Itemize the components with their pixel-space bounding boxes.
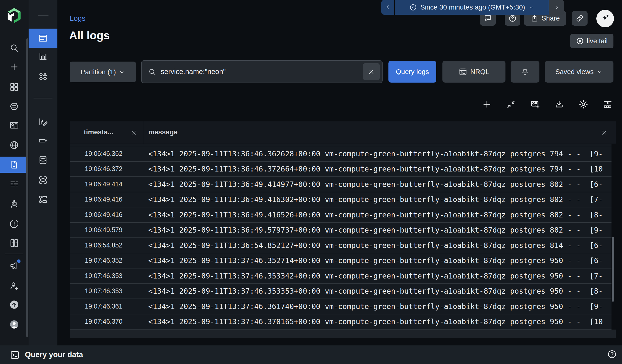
collapse-icon <box>506 99 516 109</box>
help-circle-icon <box>508 14 517 22</box>
clear-search-button[interactable] <box>363 63 380 80</box>
sidebar-item-plus[interactable] <box>8 61 20 73</box>
upload-icon <box>9 300 19 309</box>
log-row[interactable]: 19:06:46.362<134>1 2025-09-11T13:36:46.3… <box>70 146 611 162</box>
sidebar-item-entity-list[interactable] <box>8 100 20 112</box>
sidebar-item-database[interactable] <box>37 154 49 166</box>
table-bottom-scroll-track[interactable] <box>70 329 616 338</box>
traces-icon <box>9 179 19 189</box>
log-row[interactable]: 19:06:49.416<134>1 2025-09-11T13:36:49.4… <box>70 207 611 223</box>
alert-conditions-button[interactable] <box>511 61 539 83</box>
message-cell: <134>1 2025-09-11T13:36:49.579737+00:00 … <box>148 226 611 234</box>
sidebar-item-invite-user[interactable] <box>8 280 20 292</box>
help-circle-icon <box>607 349 617 359</box>
ai-assistant-button[interactable] <box>596 10 614 27</box>
breadcrumb[interactable]: Logs <box>70 14 85 22</box>
secondary-sidebar-handle[interactable] <box>38 15 49 16</box>
gear-button[interactable] <box>578 99 589 110</box>
dashboard-add-button[interactable] <box>530 99 541 110</box>
sidebar-item-dashboard[interactable] <box>8 119 20 131</box>
download-button[interactable] <box>554 99 565 110</box>
bar-chart-icon <box>38 52 48 62</box>
message-cell: <134>1 2025-09-11T13:36:49.416526+00:00 … <box>148 211 611 219</box>
timestamp-cell: 19:07:46.353 <box>85 287 143 295</box>
live-tail-label: live tail <box>587 37 608 45</box>
log-row[interactable]: 19:06:49.579<134>1 2025-09-11T13:36:49.5… <box>70 223 611 238</box>
close-icon <box>368 68 375 76</box>
grid-icon <box>9 82 19 92</box>
bell-icon <box>521 68 529 76</box>
time-forward-button[interactable] <box>549 0 564 15</box>
sidebar-item-shapes[interactable] <box>37 71 49 82</box>
primary-sidebar <box>0 0 29 345</box>
comment-icon <box>484 14 492 22</box>
collapse-button[interactable] <box>505 99 517 110</box>
sidebar-item-globe[interactable] <box>8 139 20 151</box>
tape-icon <box>38 135 48 146</box>
message-cell: <134>1 2025-09-11T13:37:46.370165+00:00 … <box>148 317 611 326</box>
sidebar-item-eye-scan[interactable] <box>37 174 49 186</box>
nrql-label: NRQL <box>470 68 489 76</box>
remove-message-column-button[interactable] <box>600 129 608 136</box>
column-divider[interactable] <box>144 121 144 144</box>
log-row[interactable]: 19:07:46.370<134>1 2025-09-11T13:37:46.3… <box>70 314 611 330</box>
log-row[interactable]: 19:06:54.852<134>1 2025-09-11T13:36:54.8… <box>70 238 611 253</box>
footer-bar[interactable]: Query your data <box>0 345 622 364</box>
footer-help-icon[interactable] <box>607 349 617 359</box>
log-row[interactable]: 19:07:46.353<134>1 2025-09-11T13:37:46.3… <box>70 284 611 299</box>
sidebar-item-traces[interactable] <box>8 178 20 190</box>
copy-link-button[interactable] <box>572 11 587 26</box>
timestamp-cell: 19:07:46.370 <box>85 318 143 326</box>
message-cell: <134>1 2025-09-11T13:37:46.361740+00:00 … <box>148 302 611 311</box>
sidebar-scrollbar[interactable] <box>26 38 28 337</box>
sidebar-item-tape[interactable] <box>37 135 49 147</box>
chevron-down-icon <box>597 69 603 75</box>
log-row[interactable]: 19:07:46.361<134>1 2025-09-11T13:37:46.3… <box>70 299 611 314</box>
sidebar-item-infrastructure[interactable] <box>8 237 20 249</box>
chevron-down-icon <box>119 69 125 75</box>
partition-dropdown[interactable]: Partition (1) <box>70 61 136 82</box>
sidebar-item-alert-octagon[interactable] <box>8 218 20 230</box>
timestamp-cell: 19:06:49.416 <box>85 211 143 219</box>
infrastructure-icon <box>9 238 19 248</box>
live-tail-button[interactable]: live tail <box>570 34 613 48</box>
group-columns-button[interactable] <box>602 99 613 110</box>
sidebar-item-announcement[interactable] <box>8 260 20 272</box>
new-relic-logo-icon[interactable] <box>6 7 22 24</box>
primary-sidebar-divider <box>5 254 23 254</box>
timestamp-cell: 19:06:49.416 <box>85 196 143 203</box>
close-icon <box>601 129 608 136</box>
plus-button[interactable] <box>481 99 492 110</box>
message-column-header[interactable]: message <box>148 128 178 136</box>
share-icon <box>530 14 539 22</box>
dashboard-icon <box>9 120 19 130</box>
saved-views-dropdown[interactable]: Saved views <box>545 61 613 83</box>
log-table-header: timesta... message <box>70 121 616 144</box>
timestamp-column-header[interactable]: timesta... <box>84 128 113 136</box>
sidebar-item-search[interactable] <box>8 42 20 54</box>
workflow-icon <box>38 194 48 205</box>
sidebar-item-logs-card[interactable] <box>37 32 49 44</box>
query-logs-button[interactable]: Query logs <box>389 61 436 83</box>
log-row[interactable]: 19:06:49.414<134>1 2025-09-11T13:36:49.4… <box>70 177 611 192</box>
sidebar-item-chart-edit[interactable] <box>37 116 49 128</box>
log-row[interactable]: 19:06:49.416<134>1 2025-09-11T13:36:49.4… <box>70 192 611 208</box>
nrql-button[interactable]: NRQL <box>443 61 505 83</box>
log-row[interactable]: 19:07:46.352<134>1 2025-09-11T13:37:46.3… <box>70 253 611 269</box>
time-range-picker[interactable]: Since 30 minutes ago (GMT+5:30) <box>395 0 549 15</box>
sidebar-item-workflow[interactable] <box>37 193 49 205</box>
query-logs-label: Query logs <box>396 68 429 76</box>
time-back-button[interactable] <box>381 0 394 15</box>
message-cell: <134>1 2025-09-11T13:36:46.372664+00:00 … <box>148 165 611 173</box>
table-scrollbar[interactable] <box>612 237 614 302</box>
log-row[interactable]: 19:07:46.353<134>1 2025-09-11T13:37:46.3… <box>70 268 611 284</box>
remove-timestamp-column-button[interactable] <box>130 129 138 136</box>
sidebar-item-grid[interactable] <box>8 81 20 93</box>
log-row[interactable]: 19:06:46.372<134>1 2025-09-11T13:36:46.3… <box>70 162 611 177</box>
sidebar-item-document[interactable] <box>8 159 20 171</box>
sidebar-item-avatar[interactable] <box>8 319 20 330</box>
sidebar-item-bar-chart[interactable] <box>37 51 49 62</box>
sidebar-item-ai-robot[interactable] <box>8 198 20 210</box>
search-input[interactable] <box>160 67 363 76</box>
sidebar-item-upload[interactable] <box>8 299 20 310</box>
